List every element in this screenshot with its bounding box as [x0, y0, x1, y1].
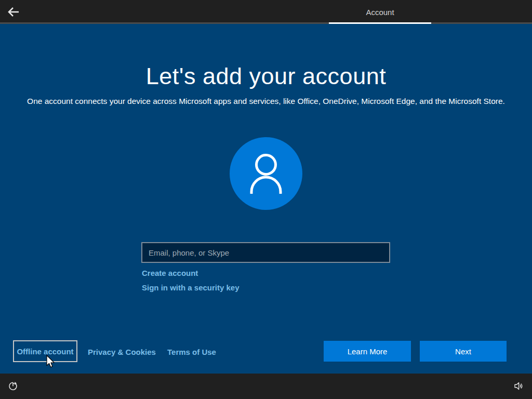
page-subtitle: One account connects your device across … [0, 97, 532, 106]
top-bar-separator [0, 22, 532, 24]
tab-account[interactable]: Account [329, 0, 431, 24]
ease-of-access-icon [8, 381, 18, 393]
email-input[interactable] [141, 242, 390, 263]
terms-of-use-link[interactable]: Terms of Use [167, 348, 216, 356]
offline-account-button[interactable]: Offline account [13, 340, 77, 362]
back-arrow-icon [7, 6, 20, 19]
next-button[interactable]: Next [420, 341, 507, 362]
create-account-link[interactable]: Create account [142, 269, 198, 277]
page-title: Let's add your account [0, 63, 532, 90]
privacy-cookies-link[interactable]: Privacy & Cookies [88, 348, 156, 356]
volume-icon [513, 381, 524, 392]
back-button[interactable] [5, 5, 22, 20]
learn-more-button[interactable]: Learn More [324, 341, 411, 362]
security-key-link[interactable]: Sign in with a security key [142, 283, 240, 292]
bottom-bar [0, 374, 532, 399]
top-bar: Account [0, 0, 532, 24]
tab-account-underline [329, 22, 431, 24]
tab-account-label: Account [366, 8, 394, 17]
oobe-account-screen: Account Let's add your account One accou… [0, 0, 532, 399]
user-avatar [230, 137, 302, 210]
volume-button[interactable] [512, 380, 525, 393]
user-avatar-icon [230, 203, 302, 211]
ease-of-access-button[interactable] [7, 380, 19, 393]
